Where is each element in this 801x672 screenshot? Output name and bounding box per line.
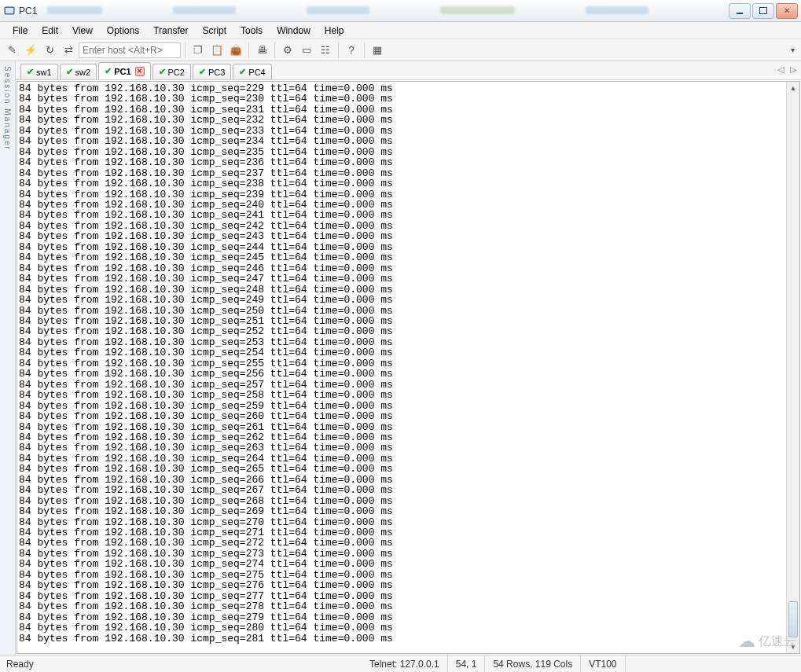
menu-view[interactable]: View bbox=[66, 24, 99, 38]
toolbar-copy-icon[interactable]: ❐ bbox=[189, 42, 207, 59]
tab-scroll-right-icon[interactable]: ▷ bbox=[790, 64, 796, 75]
tab-label: sw2 bbox=[75, 68, 91, 77]
tab-sw2[interactable]: ✔sw2 bbox=[60, 64, 97, 79]
check-icon: ✔ bbox=[66, 67, 73, 77]
toolbar-quick-connect-icon[interactable]: ✎ bbox=[3, 42, 20, 59]
tab-pc1[interactable]: ✔PC1✕ bbox=[98, 62, 150, 79]
session-tab-strip: ✔sw1✔sw2✔PC1✕✔PC2✔PC3✔PC4 ◁ ▷ bbox=[16, 61, 801, 80]
toolbar-disconnect-icon[interactable]: ⇄ bbox=[60, 42, 77, 59]
tab-blur-strip bbox=[47, 3, 699, 17]
menu-window[interactable]: Window bbox=[270, 24, 317, 38]
menu-edit[interactable]: Edit bbox=[35, 24, 64, 38]
menu-tools[interactable]: Tools bbox=[234, 24, 269, 38]
check-icon: ✔ bbox=[239, 67, 246, 77]
title-bar: PC1 bbox=[0, 0, 801, 22]
toolbar-print-icon[interactable]: 🖶 bbox=[253, 42, 270, 59]
window-title: PC1 bbox=[19, 6, 37, 17]
toolbar-log-icon[interactable]: ☷ bbox=[317, 42, 334, 59]
toolbar-options-icon[interactable]: ⚙ bbox=[279, 42, 296, 59]
check-icon: ✔ bbox=[105, 66, 112, 76]
tab-label: sw1 bbox=[36, 68, 52, 77]
toolbar-overflow-icon[interactable]: ▾ bbox=[788, 46, 796, 54]
host-input[interactable] bbox=[79, 42, 181, 58]
tab-sw1[interactable]: ✔sw1 bbox=[20, 64, 58, 79]
menu-options[interactable]: Options bbox=[101, 24, 145, 38]
toolbar-paste-icon[interactable]: 📋 bbox=[208, 42, 226, 59]
tab-scroll-left-icon[interactable]: ◁ bbox=[777, 64, 784, 75]
maximize-button[interactable] bbox=[752, 3, 774, 19]
tab-pc4[interactable]: ✔PC4 bbox=[233, 64, 271, 79]
terminal-output[interactable]: 84 bytes from 192.168.10.30 icmp_seq=229… bbox=[17, 82, 786, 653]
check-icon: ✔ bbox=[27, 67, 34, 77]
status-size: 54 Rows, 119 Cols bbox=[485, 655, 581, 672]
status-bar: Ready Telnet: 127.0.0.1 54, 1 54 Rows, 1… bbox=[0, 655, 801, 672]
app-icon bbox=[3, 5, 16, 17]
toolbar-separator bbox=[364, 42, 365, 58]
toolbar-reconnect-icon[interactable]: ↻ bbox=[41, 42, 58, 59]
status-cursor: 54, 1 bbox=[448, 655, 486, 672]
scroll-down-icon[interactable]: ▼ bbox=[787, 641, 799, 653]
menu-file[interactable]: File bbox=[6, 24, 34, 38]
tab-label: PC3 bbox=[208, 68, 225, 77]
scroll-track[interactable] bbox=[787, 94, 799, 641]
tab-label: PC2 bbox=[168, 68, 185, 77]
tab-pc2[interactable]: ✔PC2 bbox=[152, 64, 191, 79]
session-manager-label: Session Manager bbox=[3, 66, 12, 151]
tab-label: PC1 bbox=[114, 67, 130, 76]
svg-rect-1 bbox=[6, 8, 13, 13]
toolbar-find-icon[interactable]: 👜 bbox=[227, 42, 244, 59]
toolbar-separator bbox=[185, 42, 186, 58]
check-icon: ✔ bbox=[199, 67, 206, 77]
vertical-scrollbar[interactable]: ▲ ▼ bbox=[786, 82, 799, 653]
minimize-button[interactable] bbox=[729, 3, 751, 19]
menu-transfer[interactable]: Transfer bbox=[147, 24, 194, 38]
toolbar-session-icon[interactable]: ▭ bbox=[298, 42, 315, 59]
toolbar-help-icon[interactable]: ? bbox=[343, 42, 360, 59]
tab-pc3[interactable]: ✔PC3 bbox=[193, 64, 231, 79]
session-manager-panel[interactable]: Session Manager bbox=[0, 61, 16, 655]
close-button[interactable] bbox=[776, 3, 798, 19]
toolbar-lightning-icon[interactable]: ⚡ bbox=[22, 42, 39, 59]
scroll-thumb[interactable] bbox=[788, 601, 798, 637]
status-connection: Telnet: 127.0.0.1 bbox=[362, 655, 448, 672]
menu-help[interactable]: Help bbox=[318, 24, 351, 38]
toolbar-separator bbox=[274, 42, 275, 58]
menu-bar: File Edit View Options Transfer Script T… bbox=[0, 22, 801, 39]
toolbar-extra-icon[interactable]: ▦ bbox=[369, 42, 386, 59]
status-ready: Ready bbox=[0, 655, 362, 672]
window-controls bbox=[727, 3, 798, 19]
toolbar: ✎ ⚡ ↻ ⇄ ❐ 📋 👜 🖶 ⚙ ▭ ☷ ? ▦ ▾ bbox=[0, 39, 801, 61]
toolbar-separator bbox=[248, 42, 249, 58]
tab-close-icon[interactable]: ✕ bbox=[135, 67, 145, 76]
tab-nav: ◁ ▷ bbox=[777, 64, 796, 75]
toolbar-separator bbox=[338, 42, 339, 58]
menu-script[interactable]: Script bbox=[196, 24, 233, 38]
status-terminal-type: VT100 bbox=[581, 655, 625, 672]
tab-label: PC4 bbox=[248, 68, 265, 77]
scroll-up-icon[interactable]: ▲ bbox=[787, 82, 799, 94]
check-icon: ✔ bbox=[159, 67, 166, 77]
